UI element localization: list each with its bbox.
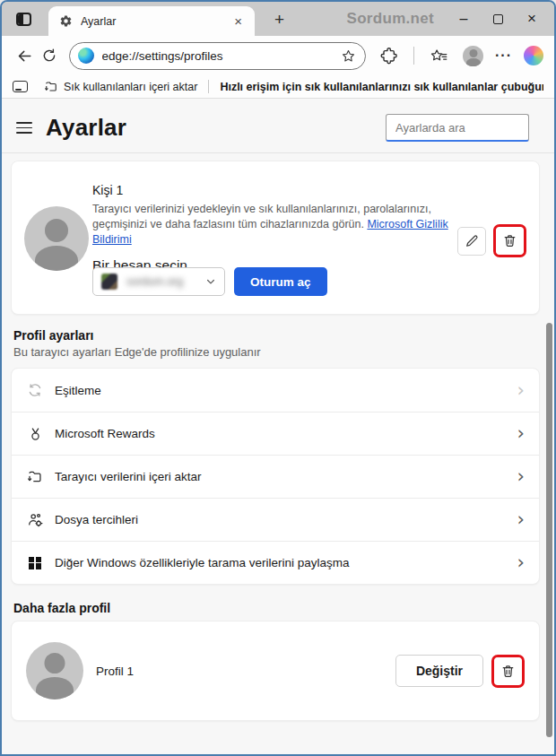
tab-actions-icon (16, 13, 31, 26)
profile-avatar-button[interactable] (463, 46, 483, 66)
chevron-right-icon: › (517, 424, 525, 443)
extensions-puzzle-icon (380, 47, 398, 65)
tab-title: Ayarlar (81, 15, 230, 28)
profile-avatar (24, 206, 89, 271)
profile-description: Tarayıcı verilerinizi yedekleyin ve sık … (92, 202, 469, 248)
list-item-label: Tarayıcı verilerini içeri aktar (55, 470, 202, 483)
scrollbar-thumb[interactable] (546, 323, 552, 737)
settings-header: Ayarlar (2, 99, 554, 153)
toolbar-right-icons: ··· (377, 43, 543, 68)
profile-info: Kişi 1 Tarayıcı verilerinizi yedekleyin … (92, 183, 469, 274)
pencil-icon (465, 233, 480, 248)
list-item-import-data[interactable]: Tarayıcı verilerini içeri aktar › (12, 455, 539, 498)
delete-profile-button[interactable] (496, 227, 524, 255)
favorites-hub-button[interactable] (426, 43, 451, 68)
import-favorites-button[interactable]: Sık kullanılanları içeri aktar (44, 80, 197, 93)
import-data-icon (26, 469, 44, 484)
title-bar: Ayarlar × + Sordum.net – × (2, 2, 554, 36)
edit-profile-button[interactable] (457, 227, 486, 256)
page-title: Ayarlar (46, 114, 126, 142)
list-item-rewards[interactable]: Microsoft Rewards › (12, 412, 539, 455)
profile-card: Kişi 1 Tarayıcı verilerinizi yedekleyin … (11, 161, 540, 315)
import-favorites-label: Sık kullanılanları içeri aktar (64, 81, 197, 93)
minimize-button[interactable]: – (447, 5, 481, 32)
account-controls: sordum.org Oturum aç (92, 267, 327, 296)
account-dropdown[interactable]: sordum.org (92, 267, 225, 296)
delete-secondary-profile-button[interactable] (494, 657, 522, 685)
list-item-windows-sharing[interactable]: Diğer Windows özellikleriyle tarama veri… (12, 541, 539, 584)
profile-settings-heading: Profil ayarları (13, 328, 540, 343)
favorites-hub-icon (430, 48, 448, 65)
back-arrow-icon (16, 48, 33, 65)
settings-search-input[interactable] (386, 114, 529, 142)
window-controls: – × (447, 5, 549, 32)
profile-preferences-icon (26, 512, 44, 528)
favorite-star-icon[interactable] (341, 48, 356, 64)
maximize-button[interactable] (481, 5, 515, 32)
secondary-profile-avatar (26, 642, 83, 700)
trash-icon (502, 233, 517, 248)
chevron-down-icon (205, 276, 216, 287)
windows-icon (26, 557, 44, 569)
sync-icon (26, 382, 44, 398)
settings-page: Ayarlar Kişi 1 Tarayıcı verilerinizi yed… (2, 99, 554, 754)
favorites-bar-toggle-icon[interactable] (13, 81, 28, 92)
close-button[interactable]: × (515, 5, 549, 32)
delete-secondary-profile-highlight (491, 655, 525, 688)
settings-gear-icon (59, 14, 73, 28)
secondary-profile-name: Profil 1 (96, 665, 134, 678)
rewards-icon (26, 426, 44, 442)
secondary-profile-actions: Değiştir (395, 655, 525, 688)
settings-more-button[interactable]: ··· (495, 48, 512, 64)
hamburger-menu-button[interactable] (16, 118, 32, 136)
list-item-preferences[interactable]: Dosya tercihleri › (12, 498, 539, 541)
sign-in-button[interactable]: Oturum aç (234, 267, 327, 296)
watermark: Sordum.net (347, 10, 434, 28)
delete-profile-highlight (493, 224, 526, 257)
list-item-label: Diğer Windows özellikleriyle tarama veri… (55, 556, 350, 569)
navigation-toolbar: edge://settings/profiles ··· (2, 36, 554, 75)
profile-name: Kişi 1 (92, 183, 469, 197)
profile-card-actions (457, 224, 526, 257)
secondary-profile-card: Profil 1 Değiştir (11, 621, 540, 721)
switch-profile-button[interactable]: Değiştir (395, 655, 483, 687)
toolbar-divider (413, 47, 414, 65)
edge-favicon (78, 48, 94, 64)
extensions-button[interactable] (377, 43, 402, 68)
new-tab-button[interactable]: + (269, 11, 290, 28)
copilot-icon[interactable] (524, 46, 543, 65)
list-item-sync[interactable]: Eşitleme › (12, 369, 539, 412)
trash-icon (500, 664, 516, 679)
favorites-bar-divider (208, 80, 209, 93)
maximize-icon (493, 14, 503, 24)
browser-tab[interactable]: Ayarlar × (48, 6, 255, 36)
account-email-blurred: sordum.org (126, 275, 200, 288)
address-bar[interactable]: edge://settings/profiles (69, 42, 367, 70)
chevron-right-icon: › (517, 553, 525, 572)
profile-settings-list: Eşitleme › Microsoft Rewards › Tarayıcı … (11, 368, 540, 585)
favorites-bar-hint: Hızlı erişim için sık kullanılanlarınızı… (220, 81, 543, 93)
account-photo (101, 274, 117, 290)
url-text: edge://settings/profiles (102, 49, 342, 63)
refresh-button[interactable] (37, 43, 61, 68)
list-item-label: Microsoft Rewards (55, 427, 155, 440)
refresh-icon (41, 48, 57, 64)
chevron-right-icon: › (517, 510, 525, 529)
list-item-label: Eşitleme (55, 384, 101, 397)
favorites-bar: Sık kullanılanları içeri aktar Hızlı eri… (2, 75, 554, 99)
profile-settings-subheading: Bu tarayıcı ayarları Edge'de profilinize… (13, 345, 540, 359)
settings-content: Kişi 1 Tarayıcı verilerinizi yedekleyin … (2, 153, 554, 754)
list-item-label: Dosya tercihleri (55, 513, 138, 526)
back-button[interactable] (13, 43, 37, 68)
import-folder-icon (44, 80, 58, 93)
chevron-right-icon: › (517, 381, 525, 400)
more-profiles-heading: Daha fazla profil (13, 601, 540, 615)
browser-window: Ayarlar × + Sordum.net – × edge://settin… (0, 0, 556, 756)
tab-close-button[interactable]: × (230, 13, 246, 30)
tab-actions-menu-button[interactable] (11, 6, 36, 31)
chevron-right-icon: › (517, 467, 525, 486)
